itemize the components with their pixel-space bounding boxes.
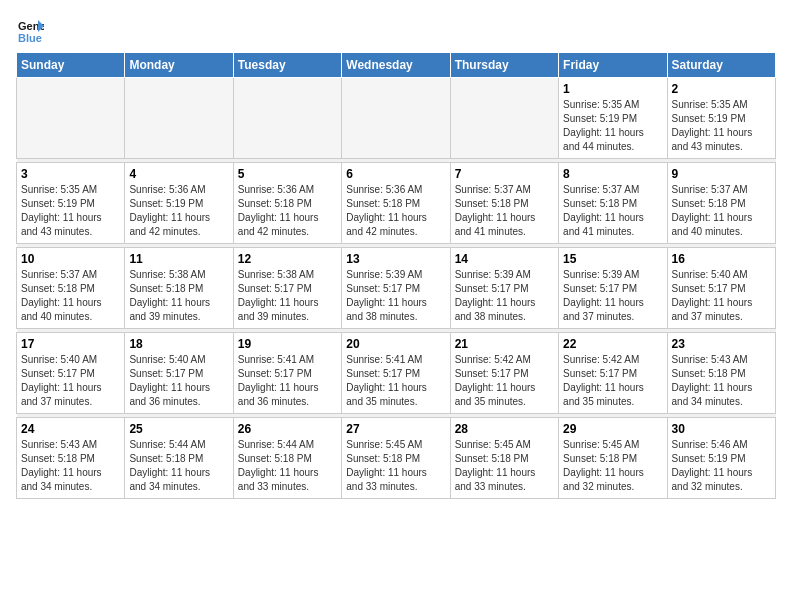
day-number: 21 — [455, 337, 554, 351]
day-number: 6 — [346, 167, 445, 181]
calendar-cell: 4Sunrise: 5:36 AM Sunset: 5:19 PM Daylig… — [125, 163, 233, 244]
calendar-cell: 30Sunrise: 5:46 AM Sunset: 5:19 PM Dayli… — [667, 418, 775, 499]
day-number: 25 — [129, 422, 228, 436]
day-detail: Sunrise: 5:43 AM Sunset: 5:18 PM Dayligh… — [21, 438, 120, 494]
day-detail: Sunrise: 5:35 AM Sunset: 5:19 PM Dayligh… — [21, 183, 120, 239]
day-number: 27 — [346, 422, 445, 436]
day-detail: Sunrise: 5:44 AM Sunset: 5:18 PM Dayligh… — [129, 438, 228, 494]
calendar-cell — [233, 78, 341, 159]
calendar-cell — [450, 78, 558, 159]
day-detail: Sunrise: 5:37 AM Sunset: 5:18 PM Dayligh… — [563, 183, 662, 239]
day-number: 18 — [129, 337, 228, 351]
day-number: 20 — [346, 337, 445, 351]
day-detail: Sunrise: 5:42 AM Sunset: 5:17 PM Dayligh… — [563, 353, 662, 409]
day-number: 11 — [129, 252, 228, 266]
logo: General Blue — [16, 16, 44, 44]
weekday-header-wednesday: Wednesday — [342, 53, 450, 78]
day-number: 19 — [238, 337, 337, 351]
day-detail: Sunrise: 5:44 AM Sunset: 5:18 PM Dayligh… — [238, 438, 337, 494]
calendar-week-row: 24Sunrise: 5:43 AM Sunset: 5:18 PM Dayli… — [17, 418, 776, 499]
weekday-header-sunday: Sunday — [17, 53, 125, 78]
day-detail: Sunrise: 5:45 AM Sunset: 5:18 PM Dayligh… — [346, 438, 445, 494]
day-number: 8 — [563, 167, 662, 181]
calendar-cell: 11Sunrise: 5:38 AM Sunset: 5:18 PM Dayli… — [125, 248, 233, 329]
day-detail: Sunrise: 5:41 AM Sunset: 5:17 PM Dayligh… — [238, 353, 337, 409]
calendar-week-row: 1Sunrise: 5:35 AM Sunset: 5:19 PM Daylig… — [17, 78, 776, 159]
calendar-cell: 6Sunrise: 5:36 AM Sunset: 5:18 PM Daylig… — [342, 163, 450, 244]
calendar-cell: 21Sunrise: 5:42 AM Sunset: 5:17 PM Dayli… — [450, 333, 558, 414]
day-detail: Sunrise: 5:36 AM Sunset: 5:18 PM Dayligh… — [346, 183, 445, 239]
day-detail: Sunrise: 5:35 AM Sunset: 5:19 PM Dayligh… — [563, 98, 662, 154]
day-detail: Sunrise: 5:40 AM Sunset: 5:17 PM Dayligh… — [129, 353, 228, 409]
calendar-header-row: SundayMondayTuesdayWednesdayThursdayFrid… — [17, 53, 776, 78]
day-detail: Sunrise: 5:46 AM Sunset: 5:19 PM Dayligh… — [672, 438, 771, 494]
day-detail: Sunrise: 5:45 AM Sunset: 5:18 PM Dayligh… — [455, 438, 554, 494]
calendar-cell: 10Sunrise: 5:37 AM Sunset: 5:18 PM Dayli… — [17, 248, 125, 329]
calendar-cell: 14Sunrise: 5:39 AM Sunset: 5:17 PM Dayli… — [450, 248, 558, 329]
day-detail: Sunrise: 5:37 AM Sunset: 5:18 PM Dayligh… — [21, 268, 120, 324]
day-number: 14 — [455, 252, 554, 266]
weekday-header-friday: Friday — [559, 53, 667, 78]
day-number: 22 — [563, 337, 662, 351]
day-detail: Sunrise: 5:41 AM Sunset: 5:17 PM Dayligh… — [346, 353, 445, 409]
page-header: General Blue — [16, 16, 776, 44]
day-detail: Sunrise: 5:35 AM Sunset: 5:19 PM Dayligh… — [672, 98, 771, 154]
day-detail: Sunrise: 5:38 AM Sunset: 5:18 PM Dayligh… — [129, 268, 228, 324]
calendar-cell: 13Sunrise: 5:39 AM Sunset: 5:17 PM Dayli… — [342, 248, 450, 329]
calendar-cell: 15Sunrise: 5:39 AM Sunset: 5:17 PM Dayli… — [559, 248, 667, 329]
calendar-cell: 8Sunrise: 5:37 AM Sunset: 5:18 PM Daylig… — [559, 163, 667, 244]
calendar-week-row: 10Sunrise: 5:37 AM Sunset: 5:18 PM Dayli… — [17, 248, 776, 329]
day-detail: Sunrise: 5:40 AM Sunset: 5:17 PM Dayligh… — [672, 268, 771, 324]
weekday-header-saturday: Saturday — [667, 53, 775, 78]
calendar-cell: 22Sunrise: 5:42 AM Sunset: 5:17 PM Dayli… — [559, 333, 667, 414]
day-detail: Sunrise: 5:45 AM Sunset: 5:18 PM Dayligh… — [563, 438, 662, 494]
calendar-cell: 3Sunrise: 5:35 AM Sunset: 5:19 PM Daylig… — [17, 163, 125, 244]
day-number: 17 — [21, 337, 120, 351]
day-detail: Sunrise: 5:39 AM Sunset: 5:17 PM Dayligh… — [455, 268, 554, 324]
calendar-cell: 5Sunrise: 5:36 AM Sunset: 5:18 PM Daylig… — [233, 163, 341, 244]
calendar-week-row: 17Sunrise: 5:40 AM Sunset: 5:17 PM Dayli… — [17, 333, 776, 414]
day-number: 28 — [455, 422, 554, 436]
day-number: 15 — [563, 252, 662, 266]
day-number: 9 — [672, 167, 771, 181]
calendar-cell: 26Sunrise: 5:44 AM Sunset: 5:18 PM Dayli… — [233, 418, 341, 499]
day-detail: Sunrise: 5:37 AM Sunset: 5:18 PM Dayligh… — [455, 183, 554, 239]
calendar-cell: 2Sunrise: 5:35 AM Sunset: 5:19 PM Daylig… — [667, 78, 775, 159]
day-number: 16 — [672, 252, 771, 266]
weekday-header-tuesday: Tuesday — [233, 53, 341, 78]
calendar-cell — [17, 78, 125, 159]
calendar-cell: 19Sunrise: 5:41 AM Sunset: 5:17 PM Dayli… — [233, 333, 341, 414]
calendar-cell: 7Sunrise: 5:37 AM Sunset: 5:18 PM Daylig… — [450, 163, 558, 244]
day-number: 30 — [672, 422, 771, 436]
day-detail: Sunrise: 5:43 AM Sunset: 5:18 PM Dayligh… — [672, 353, 771, 409]
day-detail: Sunrise: 5:39 AM Sunset: 5:17 PM Dayligh… — [346, 268, 445, 324]
calendar-cell: 20Sunrise: 5:41 AM Sunset: 5:17 PM Dayli… — [342, 333, 450, 414]
calendar-cell: 12Sunrise: 5:38 AM Sunset: 5:17 PM Dayli… — [233, 248, 341, 329]
calendar-week-row: 3Sunrise: 5:35 AM Sunset: 5:19 PM Daylig… — [17, 163, 776, 244]
calendar-cell: 23Sunrise: 5:43 AM Sunset: 5:18 PM Dayli… — [667, 333, 775, 414]
day-detail: Sunrise: 5:40 AM Sunset: 5:17 PM Dayligh… — [21, 353, 120, 409]
svg-text:Blue: Blue — [18, 32, 42, 44]
day-detail: Sunrise: 5:37 AM Sunset: 5:18 PM Dayligh… — [672, 183, 771, 239]
calendar-cell: 9Sunrise: 5:37 AM Sunset: 5:18 PM Daylig… — [667, 163, 775, 244]
calendar-cell: 16Sunrise: 5:40 AM Sunset: 5:17 PM Dayli… — [667, 248, 775, 329]
calendar-cell: 18Sunrise: 5:40 AM Sunset: 5:17 PM Dayli… — [125, 333, 233, 414]
day-number: 7 — [455, 167, 554, 181]
day-detail: Sunrise: 5:38 AM Sunset: 5:17 PM Dayligh… — [238, 268, 337, 324]
calendar-cell: 25Sunrise: 5:44 AM Sunset: 5:18 PM Dayli… — [125, 418, 233, 499]
day-number: 24 — [21, 422, 120, 436]
day-number: 12 — [238, 252, 337, 266]
day-number: 4 — [129, 167, 228, 181]
day-number: 13 — [346, 252, 445, 266]
calendar-cell: 24Sunrise: 5:43 AM Sunset: 5:18 PM Dayli… — [17, 418, 125, 499]
day-number: 5 — [238, 167, 337, 181]
calendar-cell: 1Sunrise: 5:35 AM Sunset: 5:19 PM Daylig… — [559, 78, 667, 159]
day-number: 1 — [563, 82, 662, 96]
day-number: 10 — [21, 252, 120, 266]
weekday-header-thursday: Thursday — [450, 53, 558, 78]
day-detail: Sunrise: 5:39 AM Sunset: 5:17 PM Dayligh… — [563, 268, 662, 324]
day-detail: Sunrise: 5:36 AM Sunset: 5:19 PM Dayligh… — [129, 183, 228, 239]
day-number: 2 — [672, 82, 771, 96]
calendar-cell — [342, 78, 450, 159]
day-number: 29 — [563, 422, 662, 436]
